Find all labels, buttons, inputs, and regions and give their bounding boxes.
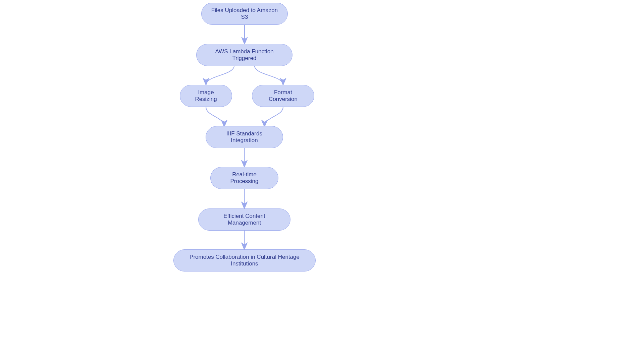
flow-node-n1: Files Uploaded to Amazon S3: [201, 3, 288, 25]
flow-node-n7: Efficient Content Management: [198, 208, 290, 231]
flow-edge: [265, 107, 283, 127]
flow-node-n3: Image Resizing: [180, 85, 232, 107]
flow-node-n4: Format Conversion: [252, 85, 314, 107]
flow-edge: [206, 65, 234, 85]
flow-node-n6: Real-time Processing: [210, 167, 278, 189]
flow-edge: [255, 65, 283, 85]
flow-arrows: [0, 0, 644, 362]
flow-node-n2: AWS Lambda Function Triggered: [196, 44, 292, 66]
flow-node-n8: Promotes Collaboration in Cultural Herit…: [173, 249, 316, 272]
flow-edge: [206, 107, 224, 127]
flow-node-n5: IIIF Standards Integration: [206, 126, 283, 148]
